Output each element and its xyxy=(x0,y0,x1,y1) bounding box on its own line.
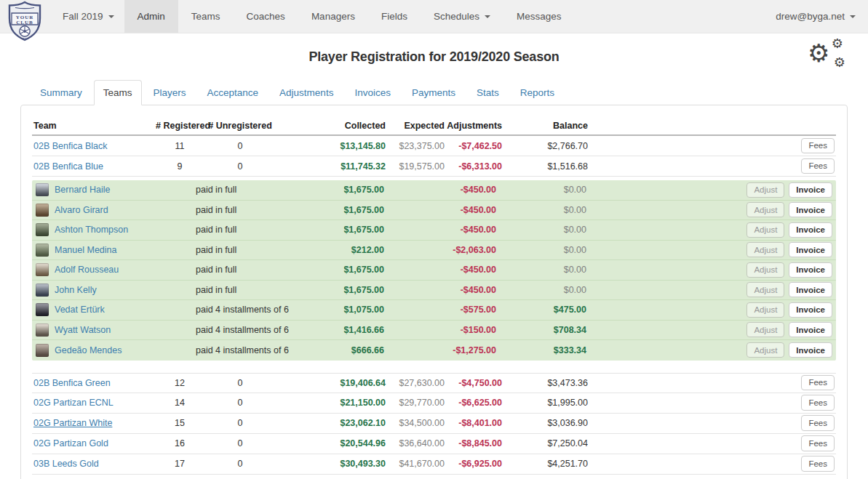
balance-amount: $3,036.90 xyxy=(502,418,588,428)
balance-amount: $1,995.00 xyxy=(502,398,588,408)
player-avatar xyxy=(36,204,49,217)
gear-icon: ⚙ xyxy=(834,56,845,69)
invoice-button[interactable]: Invoice xyxy=(789,342,832,358)
nav-item-messages[interactable]: Messages xyxy=(503,0,575,33)
player-link[interactable]: Ashton Thompson xyxy=(55,225,128,235)
player-balance-amount: $333.34 xyxy=(496,345,586,355)
invoice-button[interactable]: Invoice xyxy=(789,242,832,257)
user-email: drew@byga.net xyxy=(776,11,845,22)
player-link[interactable]: John Kelly xyxy=(55,285,97,295)
balance-amount: $7,250.04 xyxy=(502,438,588,448)
player-link[interactable]: Alvaro Girard xyxy=(55,205,108,215)
gear-icon: ⚙ xyxy=(808,41,829,65)
table-header-row: Team # Registered # Unregistered Collect… xyxy=(32,116,836,136)
adjust-button[interactable]: Adjust xyxy=(746,262,784,278)
nav-item-teams[interactable]: Teams xyxy=(178,0,234,33)
team-link[interactable]: 02B Benfica Black xyxy=(33,141,107,151)
player-link[interactable]: Manuel Medina xyxy=(55,245,116,255)
collected-amount: $30,493.30 xyxy=(276,459,386,469)
season-selector[interactable]: Fall 2019 xyxy=(52,0,124,33)
tab-reports[interactable]: Reports xyxy=(511,80,564,105)
fees-button[interactable]: Fees xyxy=(801,415,835,430)
teams-table: Team # Registered # Unregistered Collect… xyxy=(32,116,836,475)
nav-item-admin[interactable]: Admin xyxy=(124,0,178,33)
player-row-wyatt-watson: Wyatt Watson paid 4 installments of 6 $1… xyxy=(32,321,836,341)
tab-acceptance[interactable]: Acceptance xyxy=(198,80,268,105)
payment-status: paid 4 installments of 6 xyxy=(196,325,341,335)
page-header: Player Registration for 2019/2020 Season… xyxy=(0,33,868,80)
player-link[interactable]: Adolf Rousseau xyxy=(55,265,119,275)
team-link[interactable]: 02B Benfica Green xyxy=(33,378,111,388)
adjust-button[interactable]: Adjust xyxy=(746,242,784,257)
player-link[interactable]: Gedeão Mendes xyxy=(55,345,122,355)
team-link[interactable]: 02B Benfica Blue xyxy=(33,161,103,172)
fees-button[interactable]: Fees xyxy=(801,138,835,153)
nav-item-label: Managers xyxy=(311,11,355,22)
team-link[interactable]: 02G Partizan Gold xyxy=(33,438,108,448)
team-link[interactable]: 02G Partizan ECNL xyxy=(33,398,114,408)
player-collected-amount: $1,675.00 xyxy=(341,225,384,235)
user-menu[interactable]: drew@byga.net xyxy=(763,0,868,33)
invoice-button[interactable]: Invoice xyxy=(789,202,832,217)
fees-button[interactable]: Fees xyxy=(801,435,835,451)
invoice-button[interactable]: Invoice xyxy=(789,182,832,198)
fees-button[interactable]: Fees xyxy=(801,395,835,410)
player-link[interactable]: Bernard Haile xyxy=(55,185,110,195)
unregistered-count: 0 xyxy=(204,161,276,172)
adjust-button[interactable]: Adjust xyxy=(746,182,784,198)
col-header-registered: # Registered xyxy=(156,121,204,131)
player-link[interactable]: Vedat Ertürk xyxy=(55,305,105,315)
nav-item-schedules[interactable]: Schedules xyxy=(421,0,503,33)
page-title: Player Registration for 2019/2020 Season xyxy=(308,49,559,65)
settings-gears-icon[interactable]: ⚙ ⚙ ⚙ xyxy=(808,37,845,71)
adjust-button[interactable]: Adjust xyxy=(746,322,784,337)
adjustments-amount: -$8,845.00 xyxy=(445,438,502,448)
adjust-button[interactable]: Adjust xyxy=(746,302,784,318)
invoice-button[interactable]: Invoice xyxy=(789,302,832,318)
tab-stats[interactable]: Stats xyxy=(467,80,509,105)
tab-players[interactable]: Players xyxy=(144,80,196,105)
team-row-02b-benfica-blue: 02B Benfica Blue 9 0 $11,745.32 $19,575.… xyxy=(32,156,836,177)
expected-amount: $23,375.00 xyxy=(386,141,445,151)
tab-invoices[interactable]: Invoices xyxy=(345,80,400,105)
nav-item-managers[interactable]: Managers xyxy=(298,0,368,33)
team-link[interactable]: 02G Partizan White xyxy=(33,418,112,428)
main-nav: Admin Teams Coaches Managers Fields Sche… xyxy=(124,0,575,33)
team-row-02b-benfica-green: 02B Benfica Green 12 0 $19,406.64 $27,63… xyxy=(32,373,836,393)
player-avatar xyxy=(36,344,49,357)
team-row-02b-benfica-black: 02B Benfica Black 11 0 $13,145.80 $23,37… xyxy=(32,136,836,156)
nav-item-label: Coaches xyxy=(247,11,285,22)
player-row-bernard-haile: Bernard Haile paid in full $1,675.00 -$4… xyxy=(32,180,836,201)
fees-button[interactable]: Fees xyxy=(801,375,835,390)
adjust-button[interactable]: Adjust xyxy=(746,342,784,358)
adjust-button[interactable]: Adjust xyxy=(746,282,784,297)
invoice-button[interactable]: Invoice xyxy=(789,262,832,278)
fees-button[interactable]: Fees xyxy=(801,158,835,174)
tab-teams[interactable]: Teams xyxy=(94,80,142,105)
nav-item-fields[interactable]: Fields xyxy=(368,0,421,33)
invoice-button[interactable]: Invoice xyxy=(789,282,832,297)
tab-payments[interactable]: Payments xyxy=(402,80,465,105)
player-link[interactable]: Wyatt Watson xyxy=(55,325,111,335)
adjust-button[interactable]: Adjust xyxy=(746,222,784,238)
col-header-expected: Expected xyxy=(386,121,445,131)
player-avatar xyxy=(36,243,49,257)
invoice-button[interactable]: Invoice xyxy=(789,322,832,337)
nav-item-coaches[interactable]: Coaches xyxy=(234,0,298,33)
adjust-button[interactable]: Adjust xyxy=(746,202,784,217)
tab-summary[interactable]: Summary xyxy=(31,80,92,105)
club-logo[interactable]: YOUR CLUB FC xyxy=(6,1,44,41)
invoice-button[interactable]: Invoice xyxy=(789,222,832,238)
nav-item-label: Teams xyxy=(191,11,220,22)
tab-adjustments[interactable]: Adjustments xyxy=(270,80,343,105)
adjustments-amount: -$6,925.00 xyxy=(445,459,502,469)
fees-button[interactable]: Fees xyxy=(801,456,835,471)
table-body: 02B Benfica Black 11 0 $13,145.80 $23,37… xyxy=(32,136,836,475)
svg-text:CLUB: CLUB xyxy=(16,20,33,25)
registered-count: 14 xyxy=(156,398,204,408)
player-balance-amount: $708.34 xyxy=(496,325,586,335)
team-link[interactable]: 03B Leeds Gold xyxy=(33,459,99,469)
content-panel: Team # Registered # Unregistered Collect… xyxy=(20,105,848,479)
player-adjustment-amount: -$450.00 xyxy=(384,205,496,215)
player-collected-amount: $212.00 xyxy=(341,245,384,255)
